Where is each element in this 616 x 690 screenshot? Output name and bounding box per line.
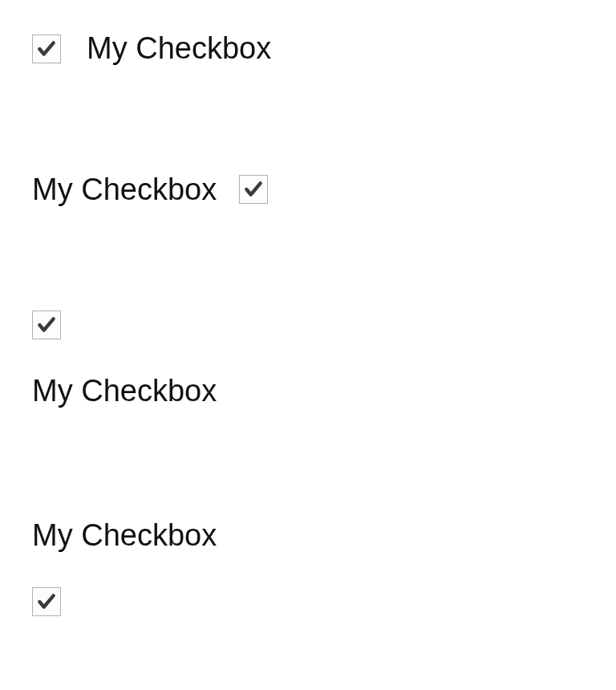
checkbox-item-1: My Checkbox xyxy=(32,30,584,67)
check-icon xyxy=(36,315,57,335)
checkbox-3-label: My Checkbox xyxy=(32,373,217,410)
check-icon xyxy=(243,179,264,200)
checkbox-4[interactable] xyxy=(32,587,61,616)
checkbox-2-label: My Checkbox xyxy=(32,172,217,209)
checkbox-1[interactable] xyxy=(32,34,61,63)
checkbox-1-label: My Checkbox xyxy=(87,30,271,67)
checkbox-2[interactable] xyxy=(239,175,268,204)
checkbox-item-4: My Checkbox xyxy=(32,518,584,617)
check-icon xyxy=(36,39,57,59)
checkbox-4-label: My Checkbox xyxy=(32,518,217,554)
check-icon xyxy=(36,591,57,612)
checkbox-item-3: My Checkbox xyxy=(32,310,584,410)
checkbox-3[interactable] xyxy=(32,310,61,339)
checkbox-item-2: My Checkbox xyxy=(32,172,584,209)
